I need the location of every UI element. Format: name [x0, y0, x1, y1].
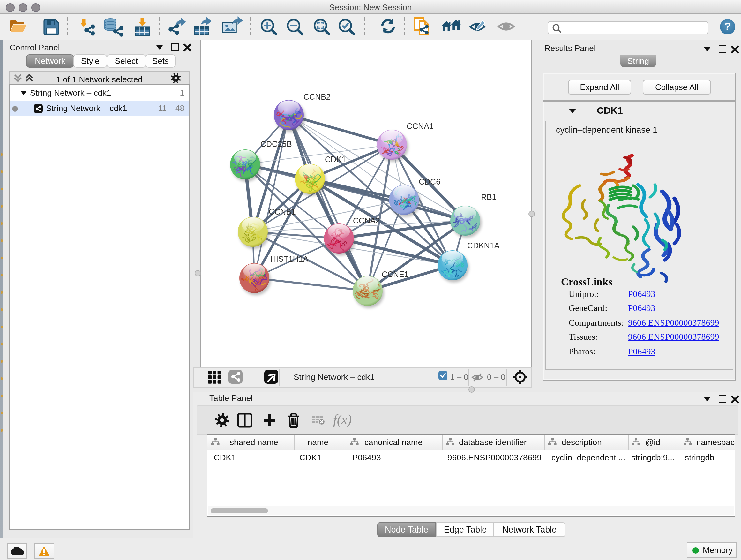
- svg-text:CDC25B: CDC25B: [260, 139, 292, 148]
- svg-text:CCNB1: CCNB1: [269, 207, 296, 216]
- svg-text:f(x): f(x): [333, 412, 352, 427]
- svg-text:CCNA1: CCNA1: [407, 122, 434, 131]
- svg-text:RB1: RB1: [481, 192, 496, 201]
- svg-text:CCNE1: CCNE1: [382, 270, 409, 279]
- svg-text:CCNB2: CCNB2: [304, 92, 331, 101]
- svg-text:CCNA2: CCNA2: [353, 216, 380, 225]
- svg-text:CDK1: CDK1: [325, 155, 346, 164]
- svg-text:CDKN1A: CDKN1A: [467, 241, 500, 250]
- svg-text:HIST1H1A: HIST1H1A: [270, 254, 309, 263]
- svg-text:CDC6: CDC6: [419, 177, 441, 186]
